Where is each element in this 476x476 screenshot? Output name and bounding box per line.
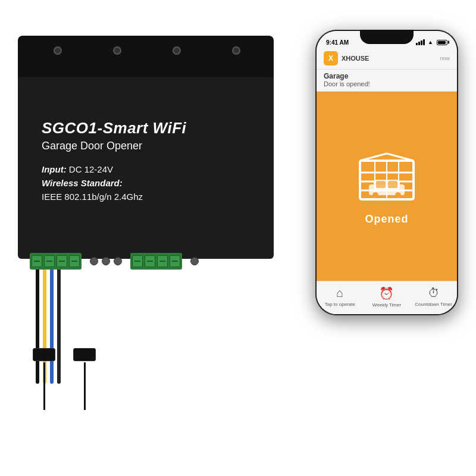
nav-item-operate[interactable]: ⌂ Tap to operate xyxy=(319,286,361,308)
timer-icon: ⏱ xyxy=(428,286,440,300)
wireless-value-line: IEEE 802.11b/g/n 2.4Ghz xyxy=(42,192,186,202)
phone-screen: 9:41 AM ▲ xyxy=(317,31,457,314)
app-logo: X xyxy=(324,51,338,65)
terminal-circle-4 xyxy=(190,257,199,265)
sensor-body-1 xyxy=(33,348,55,361)
wireless-spec: Wireless Standard: xyxy=(42,178,186,188)
terminal-screw-2 xyxy=(44,255,55,267)
mounting-bracket xyxy=(18,36,274,77)
garage-icon xyxy=(357,152,416,202)
signal-bar-4 xyxy=(423,39,425,45)
signal-bar-1 xyxy=(416,43,418,45)
svg-point-10 xyxy=(395,192,401,198)
terminal-screw-3 xyxy=(57,255,67,267)
board-body: SGCO1-Smart WiFi Garage Door Opener Inpu… xyxy=(18,68,274,259)
battery-icon xyxy=(437,40,447,45)
notification-bar: Garage Door is opened! xyxy=(317,70,457,92)
input-label: Input: xyxy=(42,164,67,174)
notification-title: Garage xyxy=(324,72,450,80)
app-name: XHOUSE xyxy=(342,55,369,62)
nav-item-weekly[interactable]: ⏰ Weekly Timer xyxy=(366,286,408,308)
terminal-group-2 xyxy=(130,253,182,270)
app-main-area: Opened xyxy=(317,92,457,281)
terminal-screw-1 xyxy=(32,255,42,267)
phone-notch xyxy=(360,30,414,44)
terminal-circle-2 xyxy=(102,257,110,265)
notification-time: now xyxy=(440,55,450,61)
signal-bar-2 xyxy=(418,42,420,45)
door-status-label: Opened xyxy=(365,213,408,226)
input-value: DC 12-24V xyxy=(69,164,113,174)
sensor-wire-2 xyxy=(84,362,86,410)
app-bottom-nav: ⌂ Tap to operate ⏰ Weekly Timer ⏱ Countd… xyxy=(317,281,457,314)
wireless-value: IEEE 802.11b/g/n 2.4Ghz xyxy=(42,192,143,202)
terminal-block xyxy=(30,253,200,270)
terminal-screw-4 xyxy=(69,255,80,267)
terminal-screw-8 xyxy=(170,255,180,267)
clock-icon: ⏰ xyxy=(379,286,394,300)
nav-label-countdown: Countdown Timer xyxy=(415,302,452,308)
nav-label-weekly: Weekly Timer xyxy=(372,302,401,308)
svg-point-9 xyxy=(372,192,378,198)
magnetic-sensors xyxy=(33,348,96,410)
terminal-circle-1 xyxy=(90,257,98,265)
terminal-group-1 xyxy=(30,253,82,270)
bracket-hole-1 xyxy=(54,46,62,55)
terminal-screw-7 xyxy=(157,255,168,267)
svg-rect-11 xyxy=(376,181,386,188)
app-header: X XHOUSE now xyxy=(317,49,457,70)
sensor-1 xyxy=(33,348,55,410)
bracket-hole-3 xyxy=(173,46,181,55)
sensor-wire-1 xyxy=(43,362,45,410)
status-icons: ▲ xyxy=(416,39,447,45)
device-board: SGCO1-Smart WiFi Garage Door Opener Inpu… xyxy=(18,36,274,309)
bracket-hole-2 xyxy=(113,46,121,55)
terminal-screw-5 xyxy=(132,255,143,267)
nav-item-countdown[interactable]: ⏱ Countdown Timer xyxy=(413,286,455,308)
phone-frame: 9:41 AM ▲ xyxy=(315,30,458,315)
phone: 9:41 AM ▲ xyxy=(315,30,458,315)
terminal-circle-3 xyxy=(114,257,122,265)
home-icon: ⌂ xyxy=(336,286,343,300)
notification-message: Door is opened! xyxy=(324,80,450,87)
product-scene: SGCO1-Smart WiFi Garage Door Opener Inpu… xyxy=(0,0,476,476)
product-type: Garage Door Opener xyxy=(42,140,186,152)
input-spec: Input: DC 12-24V xyxy=(42,164,186,174)
svg-rect-12 xyxy=(388,181,397,188)
terminal-screw-6 xyxy=(145,255,155,267)
nav-label-operate: Tap to operate xyxy=(325,302,355,308)
garage-icon-wrap xyxy=(351,148,422,207)
sensor-2 xyxy=(73,348,96,410)
wireless-label: Wireless Standard: xyxy=(42,178,123,188)
bracket-hole-4 xyxy=(232,46,240,55)
product-info: SGCO1-Smart WiFi Garage Door Opener Inpu… xyxy=(42,119,186,205)
wifi-icon: ▲ xyxy=(428,39,433,45)
battery-fill xyxy=(438,41,446,44)
product-model: SGCO1-Smart WiFi xyxy=(42,119,186,137)
sensor-body-2 xyxy=(73,348,96,361)
status-time: 9:41 AM xyxy=(326,39,349,46)
signal-bar-3 xyxy=(421,40,422,45)
